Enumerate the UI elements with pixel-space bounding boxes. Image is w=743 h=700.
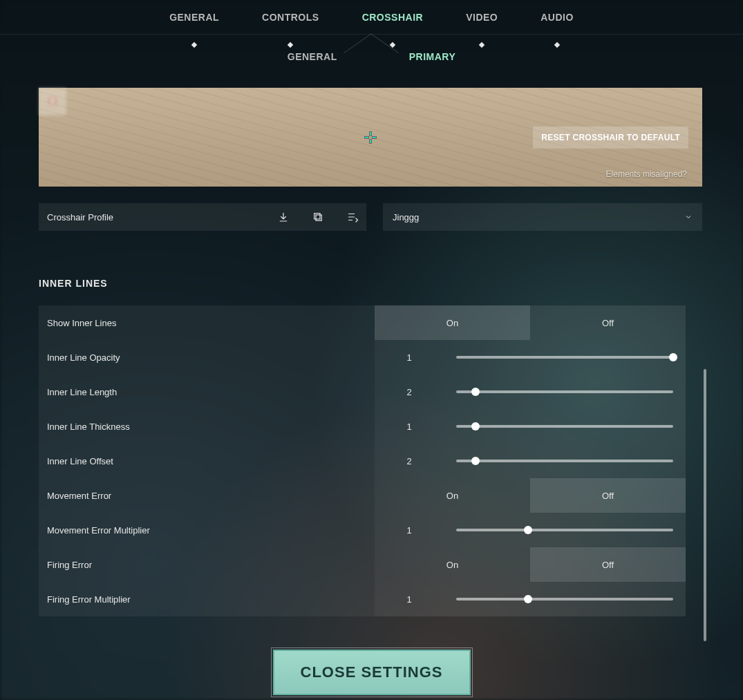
value-opacity[interactable]: 1 — [375, 340, 444, 375]
profile-bar: Crosshair Profile Jinggg — [39, 203, 702, 231]
toggle-firing-off[interactable]: Off — [530, 547, 686, 582]
label-movement-mult: Movement Error Multiplier — [39, 513, 375, 547]
profile-label: Crosshair Profile — [47, 212, 113, 223]
subtab-primary-label: PRIMARY — [409, 51, 456, 62]
subtab-general[interactable]: GENERAL — [288, 51, 337, 62]
tab-crosshair[interactable]: CROSSHAIR — [362, 12, 424, 23]
row-show-inner-lines: Show Inner Lines On Off — [39, 305, 686, 340]
slider-thumb[interactable] — [524, 595, 532, 603]
slider-thumb[interactable] — [471, 457, 480, 465]
label-length: Inner Line Length — [39, 375, 375, 409]
slider-thickness[interactable] — [456, 425, 673, 428]
tab-video[interactable]: VIDEO — [466, 12, 498, 23]
row-firing-error: Firing Error On Off — [39, 547, 686, 582]
row-thickness: Inner Line Thickness 1 — [39, 409, 686, 444]
label-movement-error: Movement Error — [39, 478, 375, 513]
toggle-movement-off[interactable]: Off — [530, 478, 686, 513]
edit-list-icon — [346, 211, 359, 223]
download-icon — [277, 211, 290, 223]
tab-video-label: VIDEO — [466, 12, 498, 23]
toggle-show-off[interactable]: Off — [530, 305, 686, 340]
value-length[interactable]: 2 — [375, 375, 444, 409]
subtab-primary[interactable]: PRIMARY — [409, 51, 456, 62]
value-firing-mult[interactable]: 1 — [375, 582, 444, 616]
misaligned-link[interactable]: Elements misaligned? — [606, 169, 687, 179]
row-offset: Inner Line Offset 2 — [39, 444, 686, 478]
tab-general-label: GENERAL — [169, 12, 219, 23]
row-length: Inner Line Length 2 — [39, 375, 686, 409]
profile-dropdown[interactable]: Jinggg — [383, 203, 702, 231]
toggle-firing-on[interactable]: On — [375, 547, 530, 582]
tab-general[interactable]: GENERAL — [169, 12, 219, 23]
row-movement-error: Movement Error On Off — [39, 478, 686, 513]
crosshair-preview: RESET CROSSHAIR TO DEFAULT Elements misa… — [39, 88, 702, 187]
main-tabs: GENERAL CONTROLS CROSSHAIR VIDEO AUDIO — [0, 0, 743, 35]
import-profile-button[interactable] — [270, 203, 297, 231]
slider-thumb[interactable] — [669, 353, 677, 361]
label-offset: Inner Line Offset — [39, 444, 375, 478]
scrollbar-thumb[interactable] — [704, 369, 706, 641]
value-movement-mult[interactable]: 1 — [375, 513, 444, 547]
slider-thumb[interactable] — [471, 422, 480, 431]
row-opacity: Inner Line Opacity 1 — [39, 340, 686, 375]
label-firing-mult: Firing Error Multiplier — [39, 582, 375, 616]
row-firing-mult: Firing Error Multiplier 1 — [39, 582, 686, 616]
slider-opacity[interactable] — [456, 356, 673, 359]
label-firing-error: Firing Error — [39, 547, 375, 582]
label-opacity: Inner Line Opacity — [39, 340, 375, 375]
slider-firing-mult[interactable] — [456, 598, 673, 600]
copy-profile-button[interactable] — [304, 203, 332, 231]
tab-controls-label: CONTROLS — [262, 12, 319, 23]
profile-label-area: Crosshair Profile — [39, 203, 366, 231]
slider-movement-mult[interactable] — [456, 529, 673, 531]
upload-icon — [46, 95, 59, 108]
profile-selected: Jinggg — [393, 212, 419, 223]
tab-audio[interactable]: AUDIO — [540, 12, 574, 23]
row-movement-mult: Movement Error Multiplier 1 — [39, 513, 686, 547]
toggle-movement-on[interactable]: On — [375, 478, 530, 513]
slider-thumb[interactable] — [524, 526, 532, 534]
sub-tabs: GENERAL PRIMARY — [0, 43, 743, 70]
chevron-down-icon — [684, 213, 693, 221]
toggle-show-on[interactable]: On — [375, 305, 530, 340]
slider-offset[interactable] — [456, 460, 673, 462]
slider-thumb[interactable] — [471, 388, 480, 396]
section-title: INNER LINES — [39, 278, 702, 289]
reset-crosshair-button[interactable]: RESET CROSSHAIR TO DEFAULT — [533, 126, 688, 149]
copy-icon — [312, 211, 324, 223]
tab-crosshair-label: CROSSHAIR — [362, 12, 424, 23]
label-thickness: Inner Line Thickness — [39, 409, 375, 444]
value-thickness[interactable]: 1 — [375, 409, 444, 444]
export-profile-button[interactable] — [39, 88, 66, 115]
slider-length[interactable] — [456, 390, 673, 393]
edit-profile-button[interactable] — [339, 203, 366, 231]
subtab-general-label: GENERAL — [288, 51, 337, 62]
label-show-inner-lines: Show Inner Lines — [39, 305, 375, 340]
value-offset[interactable]: 2 — [375, 444, 444, 478]
svg-rect-2 — [316, 215, 321, 220]
tab-controls[interactable]: CONTROLS — [262, 12, 319, 23]
content: RESET CROSSHAIR TO DEFAULT Elements misa… — [39, 88, 702, 616]
tab-audio-label: AUDIO — [540, 12, 574, 23]
svg-rect-3 — [314, 214, 320, 219]
close-settings-button[interactable]: CLOSE SETTINGS — [273, 650, 471, 695]
settings-list: Show Inner Lines On Off Inner Line Opaci… — [39, 305, 686, 616]
